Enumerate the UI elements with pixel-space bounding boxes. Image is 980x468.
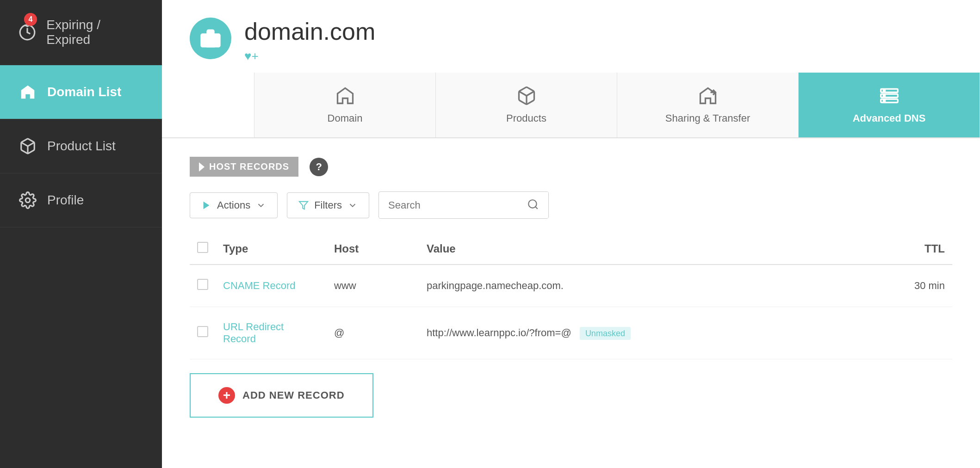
tabs-bar: Domain Products Sharing & Transfer: [162, 73, 980, 138]
tab-advanced-dns[interactable]: Advanced DNS: [799, 73, 980, 137]
table-row: URL Redirect Record @ http://www.learnpp…: [190, 307, 952, 359]
host-records-label: HOST RECORDS: [209, 161, 289, 172]
record-type: CNAME Record: [216, 265, 327, 307]
help-button[interactable]: ?: [310, 158, 328, 176]
filter-icon: [298, 200, 309, 210]
clock-icon: [19, 23, 36, 42]
sidebar-item-product-list[interactable]: Product List: [0, 119, 162, 173]
svg-point-9: [883, 90, 885, 92]
add-record-label: ADD NEW RECORD: [242, 389, 345, 401]
home-tab-icon: [335, 86, 355, 106]
record-type: URL Redirect Record: [216, 307, 327, 359]
sidebar-item-domain-list[interactable]: Domain List: [0, 65, 162, 119]
tab-empty-spacer: [162, 73, 254, 137]
chevron-down-icon: [347, 200, 358, 210]
actions-button[interactable]: Actions: [190, 192, 278, 218]
sidebar-item-label: Product List: [47, 139, 116, 154]
sidebar-item-label: Domain List: [47, 85, 121, 99]
tab-sharing[interactable]: Sharing & Transfer: [617, 73, 799, 137]
sidebar-item-expiring[interactable]: Expiring / Expired 4: [0, 0, 162, 65]
record-host: @: [327, 307, 419, 359]
add-record-row: + ADD NEW RECORD: [190, 359, 952, 427]
svg-point-11: [883, 100, 885, 102]
col-header-type: Type: [216, 234, 327, 265]
tab-products[interactable]: Products: [436, 73, 617, 137]
tab-label: Sharing & Transfer: [665, 112, 750, 124]
svg-marker-13: [299, 201, 308, 209]
record-type-link[interactable]: CNAME Record: [223, 280, 295, 291]
chevron-down-icon: [256, 200, 266, 210]
add-new-record-button[interactable]: + ADD NEW RECORD: [190, 373, 373, 418]
svg-line-15: [535, 207, 538, 209]
dns-table: Type Host Value TTL CNAME Record: [190, 234, 952, 427]
svg-point-2: [25, 198, 30, 203]
search-box: [378, 191, 549, 219]
domain-header: domain.com ♥+: [162, 0, 980, 73]
sidebar-item-profile[interactable]: Profile: [0, 173, 162, 228]
notification-badge: 4: [24, 13, 37, 26]
sidebar: Expiring / Expired 4 Domain List Product…: [0, 0, 162, 468]
col-header-host: Host: [327, 234, 419, 265]
home-icon: [19, 83, 37, 101]
transfer-tab-icon: [698, 86, 718, 106]
col-header-ttl: TTL: [878, 234, 952, 265]
filters-label: Filters: [314, 199, 342, 211]
dns-tab-icon: [879, 86, 899, 106]
col-header-value: Value: [419, 234, 878, 265]
search-button[interactable]: [518, 192, 548, 218]
record-value: parkingpage.namecheap.com.: [419, 265, 878, 307]
record-value: http://www.learnppc.io/?from=@ Unmasked: [419, 307, 878, 359]
tab-label: Products: [506, 112, 546, 124]
select-all-cell: [190, 234, 216, 265]
svg-point-14: [528, 200, 536, 208]
search-input[interactable]: [379, 193, 518, 218]
domain-title: domain.com: [244, 18, 375, 45]
actions-label: Actions: [217, 199, 250, 211]
sidebar-item-label: Expiring / Expired: [46, 18, 143, 47]
record-type-link[interactable]: URL Redirect Record: [223, 321, 284, 345]
table-row: CNAME Record www parkingpage.namecheap.c…: [190, 265, 952, 307]
row-checkbox-cell: [190, 307, 216, 359]
svg-marker-12: [204, 201, 210, 209]
host-records-badge: HOST RECORDS: [190, 157, 298, 177]
record-host: www: [327, 265, 419, 307]
tab-label: Advanced DNS: [853, 112, 926, 124]
gear-icon: [19, 191, 37, 209]
toolbar: Actions Filters: [190, 191, 952, 219]
select-all-checkbox[interactable]: [197, 242, 208, 253]
host-records-header: HOST RECORDS ?: [190, 157, 952, 177]
record-ttl: 30 min: [878, 265, 952, 307]
tab-domain[interactable]: Domain: [254, 73, 436, 137]
favorite-icon[interactable]: ♥+: [244, 49, 375, 63]
table-header: Type Host Value TTL: [190, 234, 952, 265]
add-icon: +: [218, 387, 235, 404]
tab-label: Domain: [328, 112, 363, 124]
play-icon: [201, 200, 211, 210]
row-checkbox[interactable]: [197, 279, 208, 290]
filters-button[interactable]: Filters: [287, 192, 369, 218]
box-icon: [19, 137, 37, 155]
dns-content: HOST RECORDS ? Actions Filters: [162, 138, 980, 468]
unmasked-badge: Unmasked: [580, 327, 631, 340]
svg-point-10: [883, 95, 885, 97]
sidebar-item-label: Profile: [47, 193, 84, 208]
record-ttl: [878, 307, 952, 359]
box-tab-icon: [516, 86, 537, 106]
main-content: domain.com ♥+ Domain Products: [162, 0, 980, 468]
search-icon: [527, 198, 539, 210]
domain-logo: [190, 18, 231, 59]
row-checkbox[interactable]: [197, 326, 208, 337]
domain-title-area: domain.com ♥+: [244, 18, 375, 63]
row-checkbox-cell: [190, 265, 216, 307]
